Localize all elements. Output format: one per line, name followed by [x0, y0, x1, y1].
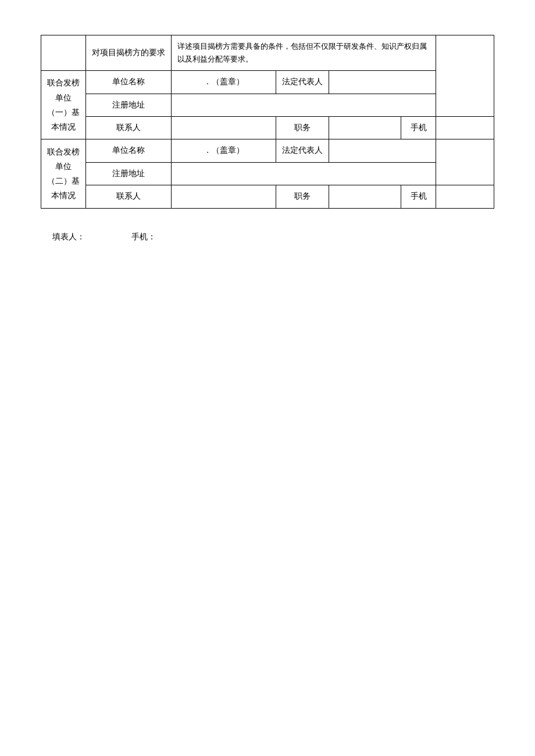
- unit1-legal-rep-label: 法定代表人: [276, 71, 329, 94]
- main-table-container: 对项目揭榜方的要求 详述项目揭榜方需要具备的条件，包括但不仅限于研发条件、知识产…: [41, 35, 494, 209]
- unit1-position-value: [329, 116, 401, 139]
- unit2-legal-rep-value: [329, 139, 436, 162]
- unit2-address-value: [172, 162, 436, 185]
- unit2-contact-row: 联系人 职务 手机: [41, 185, 494, 208]
- unit2-label: 联合发榜 单位 （二）基 本情况: [41, 139, 86, 208]
- unit1-contact-row: 联系人 职务 手机: [41, 116, 494, 139]
- unit2-mobile-label: 手机: [401, 185, 436, 208]
- unit2-name-row: 联合发榜 单位 （二）基 本情况 单位名称 ．（盖章） 法定代表人: [41, 139, 494, 162]
- form-table: 对项目揭榜方的要求 详述项目揭榜方需要具备的条件，包括但不仅限于研发条件、知识产…: [41, 35, 494, 209]
- unit2-address-label: 注册地址: [86, 162, 172, 185]
- requirement-desc: 详述项目揭榜方需要具备的条件，包括但不仅限于研发条件、知识产权归属以及利益分配等…: [172, 35, 436, 71]
- requirement-label: 对项目揭榜方的要求: [86, 35, 172, 71]
- footer-section: 填表人： 手机：: [41, 232, 494, 242]
- empty-cell: [41, 35, 86, 71]
- unit1-contact-label: 联系人: [86, 116, 172, 139]
- unit1-name-label: 单位名称: [86, 71, 172, 94]
- unit1-address-value: [172, 94, 436, 116]
- unit1-address-row: 注册地址: [41, 94, 494, 116]
- unit2-name-seal: ．（盖章）: [172, 139, 276, 162]
- unit1-label: 联合发榜 单位 （一）基 本情况: [41, 71, 86, 139]
- unit1-address-label: 注册地址: [86, 94, 172, 116]
- unit2-mobile-value: [436, 185, 494, 208]
- unit2-name-label: 单位名称: [86, 139, 172, 162]
- unit1-mobile-value: [436, 116, 494, 139]
- unit1-contact-value: [172, 116, 276, 139]
- unit2-position-label: 职务: [276, 185, 329, 208]
- filler-label: 填表人：: [52, 232, 85, 242]
- unit1-legal-rep-value: [329, 71, 436, 94]
- footer-mobile-label: 手机：: [131, 232, 156, 242]
- unit1-mobile-label: 手机: [401, 116, 436, 139]
- unit1-name-row: 联合发榜 单位 （一）基 本情况 单位名称 ．（盖章） 法定代表人: [41, 71, 494, 94]
- unit1-position-label: 职务: [276, 116, 329, 139]
- unit2-position-value: [329, 185, 401, 208]
- unit2-contact-value: [172, 185, 276, 208]
- unit2-contact-label: 联系人: [86, 185, 172, 208]
- unit2-address-row: 注册地址: [41, 162, 494, 185]
- unit2-legal-rep-label: 法定代表人: [276, 139, 329, 162]
- requirement-row: 对项目揭榜方的要求 详述项目揭榜方需要具备的条件，包括但不仅限于研发条件、知识产…: [41, 35, 494, 71]
- unit1-name-seal: ．（盖章）: [172, 71, 276, 94]
